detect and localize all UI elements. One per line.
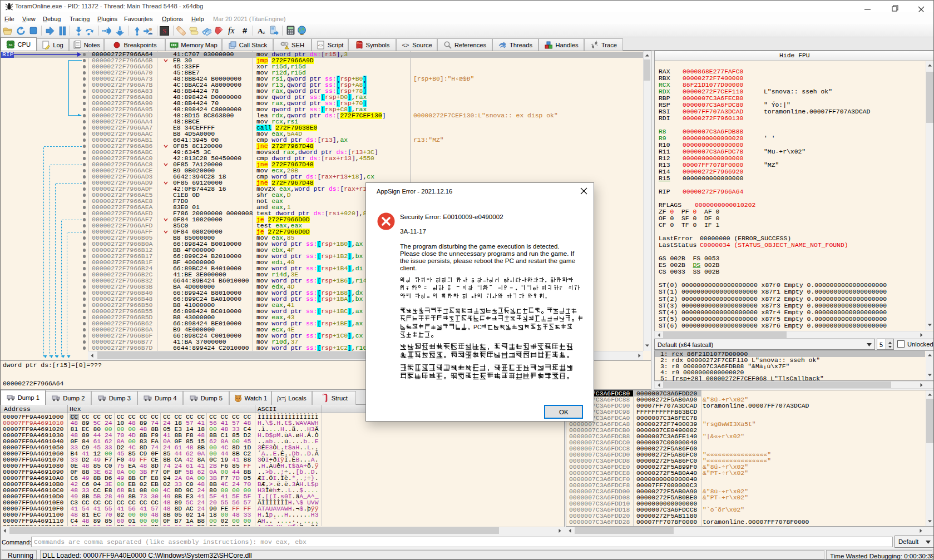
svg-text:C: C (477, 323, 482, 330)
svg-text:[x=]: [x=] (277, 395, 286, 402)
svg-text:S: S (162, 27, 166, 35)
svg-text:A: A (258, 27, 263, 35)
svg-text:64: 64 (9, 43, 13, 46)
svg-text:z: z (263, 29, 265, 35)
svg-text:<>: <> (402, 42, 409, 48)
svg-text:P: P (473, 323, 477, 330)
svg-text:<>: <> (318, 43, 324, 48)
svg-text:#: # (243, 26, 248, 35)
svg-text:fx: fx (228, 26, 235, 35)
